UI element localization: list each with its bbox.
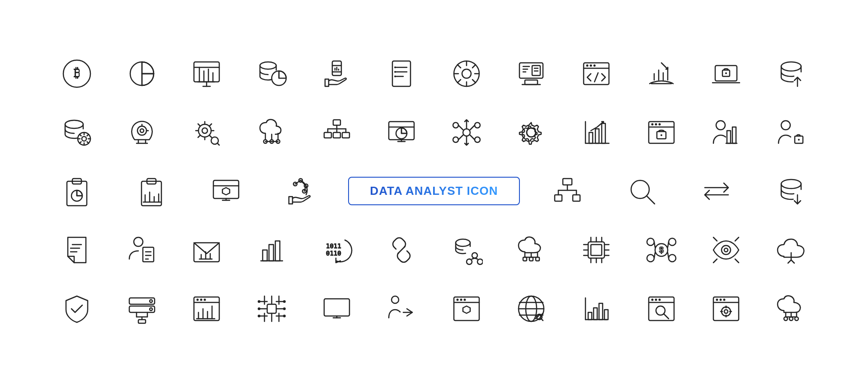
browser-hex-icon (439, 282, 494, 336)
icon-row-3: DATA ANALYST ICON (50, 164, 818, 218)
svg-point-248 (150, 308, 152, 311)
svg-line-87 (210, 124, 212, 126)
svg-point-282 (283, 315, 286, 317)
chart-trend-icon (569, 105, 623, 160)
svg-point-113 (453, 123, 458, 128)
svg-point-230 (647, 238, 654, 245)
hierarchy-icon (310, 105, 364, 160)
database-network-icon (439, 223, 494, 277)
svg-line-166 (301, 180, 306, 186)
svg-line-242 (713, 259, 717, 263)
svg-rect-128 (595, 129, 599, 143)
svg-rect-96 (333, 120, 340, 125)
svg-marker-292 (463, 306, 470, 313)
svg-point-239 (724, 248, 728, 252)
clipboard-pie-icon (50, 164, 104, 218)
svg-point-24 (394, 66, 396, 68)
svg-line-235 (668, 242, 669, 247)
svg-point-114 (475, 123, 480, 128)
eye-scan-icon (699, 223, 753, 277)
svg-point-198 (456, 239, 470, 246)
code-window-icon (569, 47, 623, 101)
svg-line-243 (735, 259, 739, 263)
bitcoin-icon: ₿ (50, 47, 104, 101)
svg-point-175 (631, 180, 649, 198)
svg-rect-38 (525, 80, 538, 85)
svg-rect-127 (589, 132, 593, 143)
svg-point-137 (716, 121, 725, 130)
secure-browser-icon (634, 105, 689, 160)
shield-check-icon (50, 282, 104, 336)
svg-point-256 (197, 298, 199, 301)
bar-chart-icon (245, 223, 299, 277)
svg-point-233 (647, 255, 654, 262)
main-container: ₿ (50, 38, 818, 345)
svg-rect-129 (602, 123, 605, 143)
svg-point-49 (590, 64, 592, 66)
svg-line-69 (87, 141, 89, 143)
svg-point-330 (784, 317, 788, 321)
clipboard-chart-icon (124, 164, 179, 218)
svg-point-48 (586, 64, 589, 66)
globe-network-icon (504, 282, 558, 336)
svg-point-291 (463, 298, 466, 301)
monitor-pie-icon (374, 105, 429, 160)
svg-line-120 (470, 135, 475, 140)
svg-point-26 (394, 75, 396, 77)
svg-point-12 (260, 62, 276, 69)
svg-point-75 (137, 126, 146, 135)
svg-point-281 (283, 307, 286, 310)
svg-point-181 (134, 237, 143, 246)
tech-hand-icon (274, 164, 328, 218)
svg-point-312 (658, 298, 660, 301)
ai-head-icon (115, 105, 169, 160)
svg-point-76 (140, 129, 144, 132)
svg-point-279 (258, 315, 260, 317)
svg-line-90 (217, 143, 220, 145)
svg-line-34 (472, 65, 476, 68)
browser-search-icon (634, 282, 689, 336)
svg-point-201 (477, 259, 483, 264)
report-list-icon (374, 47, 429, 101)
svg-rect-253 (138, 320, 146, 323)
svg-point-177 (781, 179, 801, 189)
svg-line-314 (664, 314, 669, 319)
icon-row-5 (50, 282, 818, 336)
link-icon (374, 223, 429, 277)
svg-line-197 (398, 246, 405, 254)
cloud-node-icon (764, 282, 818, 336)
svg-rect-306 (599, 303, 603, 320)
svg-point-115 (453, 137, 458, 142)
svg-point-289 (456, 298, 458, 301)
svg-rect-307 (604, 310, 608, 320)
svg-line-117 (458, 125, 463, 130)
svg-line-176 (647, 196, 655, 204)
svg-point-319 (723, 298, 726, 301)
bar-chart2-icon (569, 282, 623, 336)
database-pie-icon (245, 47, 299, 101)
svg-rect-156 (213, 180, 239, 198)
browser-chart-icon (179, 282, 234, 336)
svg-rect-304 (588, 312, 592, 320)
svg-point-290 (460, 298, 462, 301)
svg-point-143 (798, 139, 800, 141)
svg-rect-138 (727, 131, 731, 143)
svg-rect-139 (732, 127, 736, 143)
database-upload-icon (764, 47, 818, 101)
svg-rect-215 (591, 245, 602, 255)
svg-rect-305 (594, 308, 597, 320)
monitor-simple-icon (310, 282, 364, 336)
svg-rect-168 (563, 179, 572, 185)
svg-point-286 (392, 296, 399, 303)
transfer-icon (689, 164, 744, 218)
cloud-network2-icon (504, 223, 558, 277)
svg-point-112 (463, 129, 470, 136)
svg-point-59 (725, 72, 727, 74)
svg-line-35 (458, 80, 461, 83)
svg-point-332 (795, 317, 798, 321)
svg-rect-169 (555, 195, 562, 201)
svg-line-32 (458, 65, 461, 68)
svg-line-70 (87, 134, 89, 136)
svg-marker-160 (222, 188, 230, 195)
svg-rect-245 (129, 298, 155, 304)
